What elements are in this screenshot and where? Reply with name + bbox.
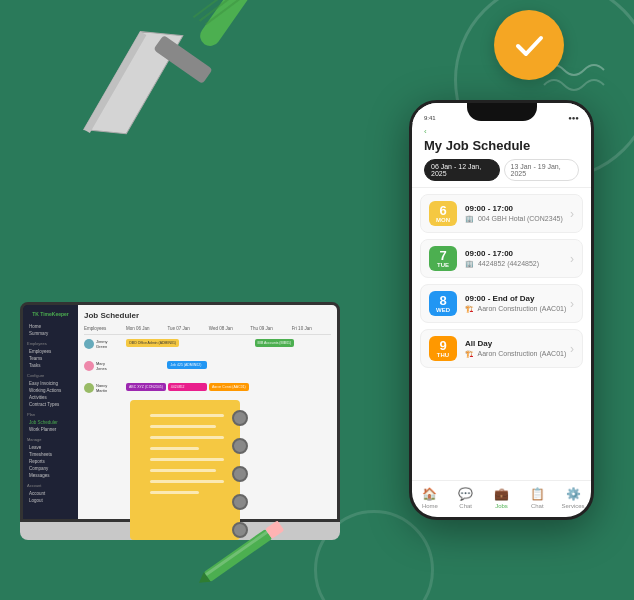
sidebar-group-employees: Employees Employees Teams Tasks (27, 341, 74, 369)
schedule-item-tue[interactable]: 7 TUE 09:00 - 17:00 🏢 4424852 (4424852) (420, 239, 583, 278)
event-block-4: ABC XYZ (CON2345) (126, 383, 166, 391)
schedule-job-wed: 🏗️ Aaron Construction (AAC01) (465, 305, 574, 313)
schedule-job-tue: 🏢 4424852 (4424852) (465, 260, 574, 268)
sidebar-group-account: Account Account Logout (27, 483, 74, 504)
day-name-mon: MON (436, 217, 450, 223)
sidebar-item-company: Company (27, 465, 74, 472)
sch-col-employees: Employees (84, 326, 124, 331)
sidebar-item-tasks: Tasks (27, 362, 74, 369)
nav-label-jobs: Jobs (495, 503, 508, 509)
nav-label-services: Services (562, 503, 585, 509)
schedule-time-wed: 09:00 - End of Day (465, 294, 574, 303)
employee-cell-3: NancyMartin (84, 383, 124, 393)
nav-label-chat: Chat (459, 503, 472, 509)
schedule-info-tue: 09:00 - 17:00 🏢 4424852 (4424852) (465, 246, 574, 271)
sidebar-item-contract-types: Contract Types (27, 401, 74, 408)
phone-bottom-nav: 🏠 Home 💬 Chat 💼 Jobs 📋 Chat ⚙️ Ser (412, 480, 591, 517)
event-block-1: OBO Office Admin (ADMIN01) (126, 339, 179, 347)
nav-item-chat2[interactable]: 📋 Chat (519, 487, 555, 509)
chat-nav-icon: 💬 (458, 487, 473, 501)
emp-name-2: MaryJones (96, 361, 107, 371)
schedule-item-thu[interactable]: 9 THU All Day 🏗️ Aaron Construction (AAC… (420, 329, 583, 368)
phone-week-tab-current[interactable]: 06 Jan - 12 Jan, 2025 (424, 159, 500, 181)
construction-icon-wed: 🏗️ (465, 305, 474, 312)
building-icon-tue: 🏢 (465, 260, 474, 267)
services-nav-icon: ⚙️ (566, 487, 581, 501)
nav-item-chat[interactable]: 💬 Chat (448, 487, 484, 509)
scheduler-row-3: NancyMartin ABC XYZ (CON2345) 4424852 Aa… (84, 383, 331, 401)
sidebar-item-job-scheduler: Job Scheduler (27, 419, 74, 426)
notepad-line (150, 491, 199, 494)
nav-item-services[interactable]: ⚙️ Services (555, 487, 591, 509)
event-cell-1-mon: OBO Office Admin (ADMIN01) (126, 339, 179, 348)
home-nav-icon: 🏠 (422, 487, 437, 501)
sidebar-item-leave: Leave (27, 444, 74, 451)
notepad (130, 400, 240, 540)
phone-back-button[interactable]: ‹ (424, 127, 579, 136)
construction-icon-thu: 🏗️ (465, 350, 474, 357)
sidebar-group-configure: Configure Easy Invoicing Working Actions… (27, 373, 74, 408)
sidebar-item-timesheets: Timesheets (27, 451, 74, 458)
event-block-6: Aaron Const (AAC01) (209, 383, 249, 391)
schedule-item-wed[interactable]: 8 WED 09:00 - End of Day 🏗️ Aaron Constr… (420, 284, 583, 323)
sidebar-item-logout: Logout (27, 497, 74, 504)
schedule-time-mon: 09:00 - 17:00 (465, 204, 574, 213)
nav-label-home: Home (422, 503, 438, 509)
notepad-container (130, 400, 260, 560)
laptop-page-title: Job Scheduler (84, 311, 331, 320)
sidebar-group-label-plan: Plan (27, 412, 74, 417)
emp-avatar-2 (84, 361, 94, 371)
sidebar-item-summary: Summary (27, 330, 74, 337)
schedule-info-wed: 09:00 - End of Day 🏗️ Aaron Construction… (465, 291, 574, 316)
sidebar-group-label-employees: Employees (27, 341, 74, 346)
notepad-lines (150, 414, 232, 494)
event-cell-2-tue: Job 425 (ADMIN02) (167, 361, 206, 370)
nav-item-home[interactable]: 🏠 Home (412, 487, 448, 509)
sch-col-mon: Mon 06 Jan (126, 326, 165, 331)
day-num-thu: 9 (439, 339, 446, 352)
schedule-job-thu: 🏗️ Aaron Construction (AAC01) (465, 350, 574, 358)
event-cell-1-thu: BIB Accounts (BIB01) (255, 339, 295, 348)
notepad-line (150, 469, 216, 472)
sidebar-item-home: Home (27, 323, 74, 330)
schedule-info-mon: 09:00 - 17:00 🏢 004 GBH Hotal (CON2345) (465, 201, 574, 226)
sidebar-item-actions: Working Actions (27, 387, 74, 394)
schedule-job-mon: 🏢 004 GBH Hotal (CON2345) (465, 215, 574, 223)
sidebar-group-label-manage: Manage (27, 437, 74, 442)
trowel-icon (48, 0, 292, 151)
sidebar-item-messages: Messages (27, 472, 74, 479)
sch-col-tue: Tue 07 Jan (167, 326, 206, 331)
ring (232, 494, 248, 510)
scheduler-row-2: MaryJones Job 425 (ADMIN02) (84, 361, 331, 379)
sidebar-item-work-planner: Work Planner (27, 426, 74, 433)
sch-col-thu: Thu 09 Jan (250, 326, 289, 331)
employee-cell-1: JimmyGreen (84, 339, 124, 349)
date-box-thu: 9 THU (429, 336, 457, 361)
phone-frame: 9:41 ●●● ‹ My Job Schedule 06 Jan - 12 J… (409, 100, 594, 520)
phone-notch (467, 103, 537, 121)
check-icon (512, 28, 547, 63)
checkmark-circle (494, 10, 564, 80)
sch-col-wed: Wed 08 Jan (209, 326, 248, 331)
event-block-5: 4424852 (168, 383, 207, 391)
emp-avatar-1 (84, 339, 94, 349)
sidebar-item-activities: Activities (27, 394, 74, 401)
scheduler-row-1: JimmyGreen OBO Office Admin (ADMIN01) BI… (84, 339, 331, 357)
sidebar-logo: TK TimeKeeper (27, 311, 74, 317)
schedule-info-thu: All Day 🏗️ Aaron Construction (AAC01) (465, 336, 574, 361)
day-num-tue: 7 (439, 249, 446, 262)
phone-time: 9:41 (424, 115, 436, 121)
emp-name-3: NancyMartin (96, 383, 107, 393)
notepad-line (150, 480, 224, 483)
employee-cell-2: MaryJones (84, 361, 124, 371)
sidebar-item-account: Account (27, 490, 74, 497)
laptop-sidebar: TK TimeKeeper Home Summary Employees Emp… (23, 305, 78, 519)
phone: 9:41 ●●● ‹ My Job Schedule 06 Jan - 12 J… (409, 100, 594, 520)
sidebar-group-label-account: Account (27, 483, 74, 488)
schedule-time-tue: 09:00 - 17:00 (465, 249, 574, 258)
event-block-2: BIB Accounts (BIB01) (255, 339, 295, 347)
phone-week-tab-next[interactable]: 13 Jan - 19 Jan, 2025 (504, 159, 580, 181)
nav-item-jobs[interactable]: 💼 Jobs (484, 487, 520, 509)
schedule-item-mon[interactable]: 6 MON 09:00 - 17:00 🏢 004 GBH Hotal (CON… (420, 194, 583, 233)
sidebar-group-label-configure: Configure (27, 373, 74, 378)
